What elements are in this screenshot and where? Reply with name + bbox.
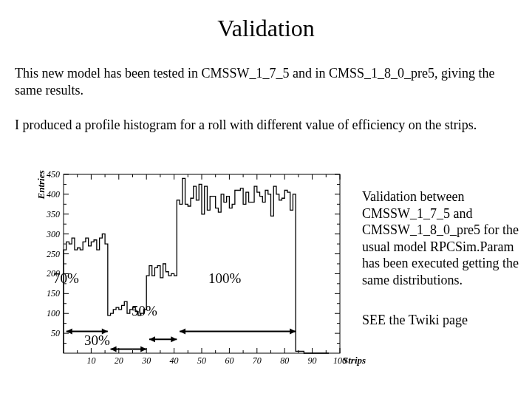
paragraph-2: I produced a profile histogram for a rol…	[15, 117, 517, 134]
paragraph-1: This new model has been tested in CMSSW_…	[15, 65, 517, 98]
svg-text:350: 350	[46, 209, 60, 219]
svg-text:80: 80	[280, 355, 289, 366]
svg-text:20: 20	[115, 355, 123, 366]
svg-text:250: 250	[47, 249, 60, 259]
svg-text:50: 50	[197, 355, 206, 366]
svg-text:300: 300	[46, 229, 60, 239]
svg-text:400: 400	[47, 189, 60, 200]
svg-text:90: 90	[308, 355, 317, 366]
svg-text:70: 70	[253, 355, 262, 366]
svg-text:10: 10	[86, 355, 95, 366]
caption-seetwiki: SEE the Twiki page	[362, 312, 521, 329]
caption-validation: Validation between CMSSW_1_7_5 and CMSSW…	[362, 188, 521, 288]
annotation-70pct: 70%	[53, 270, 79, 287]
svg-text:60: 60	[225, 355, 233, 366]
svg-text:150: 150	[47, 288, 60, 299]
svg-text:40: 40	[170, 355, 179, 366]
svg-text:50: 50	[51, 328, 60, 338]
annotation-100pct: 100%	[208, 270, 241, 287]
page-title: Validation	[0, 15, 532, 42]
histogram-plot: 1020304050607080901005010015020025030035…	[30, 168, 347, 375]
annotation-50pct: 50%	[132, 303, 157, 319]
svg-text:30: 30	[141, 355, 151, 366]
svg-text:450: 450	[47, 169, 60, 180]
annotation-30pct: 30%	[84, 332, 110, 349]
svg-text:Entries: Entries	[35, 170, 47, 200]
svg-text:100: 100	[47, 308, 60, 318]
svg-text:Strips: Strips	[343, 355, 366, 366]
